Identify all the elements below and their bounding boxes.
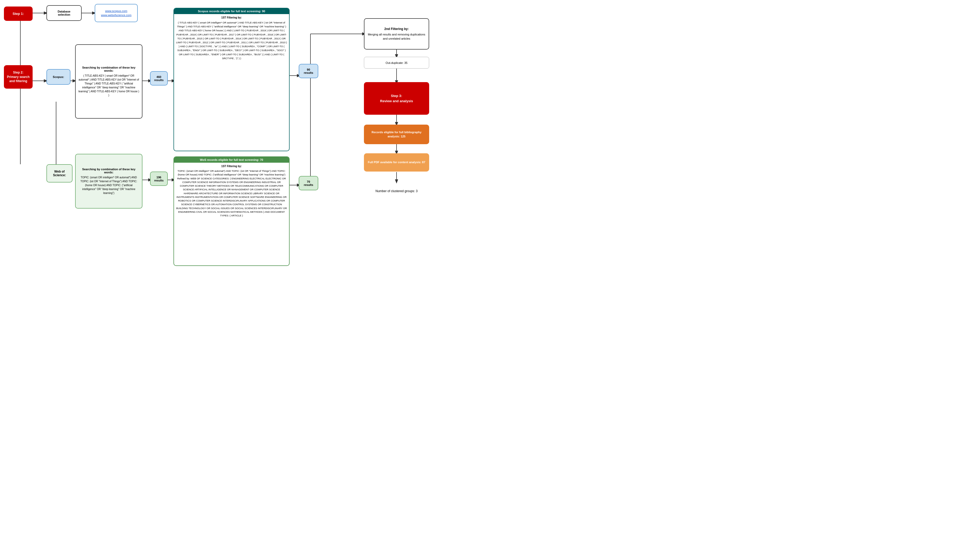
db-links-box: www.scopus.com www.webofscience.com <box>95 4 138 22</box>
right-70-results: 70 results <box>299 176 318 190</box>
wos-link[interactable]: www.webofscience.com <box>101 13 131 17</box>
eligible-125-label: Records eligible for full bibliography a… <box>366 131 427 139</box>
wos-kw-body: TOPIC: (smart OR intelligen* OR automat*… <box>78 175 140 195</box>
step2-label: Step 2: Primary search and filtering <box>7 70 30 83</box>
scopus-kw-body: ( TITLE-ABS-KEY ( smart OR intelligen* O… <box>78 74 140 97</box>
wos-keyword-box: Searching by combination of these key wo… <box>75 154 142 209</box>
step3-label: Step 3: Review and analysis <box>380 93 413 103</box>
wos-filter-header: WoS records eligible for full text scree… <box>174 157 289 163</box>
scopus-link[interactable]: www.scopus.com <box>105 10 127 13</box>
right-70-label: 70 results <box>304 180 313 186</box>
scopus-filter-box: Scopus records eligible for full text sc… <box>173 8 290 151</box>
wos-kw-title: Searching by combination of these key wo… <box>78 168 140 174</box>
scopus-keyword-box: Searching by combination of these key wo… <box>75 44 142 119</box>
diagram-container: Step 1: Database selection www.scopus.co… <box>3 3 483 274</box>
wos-filter-title: 1ST Filtering by: <box>176 164 287 168</box>
clusters-label: Number of clustered groups: 3 <box>375 189 417 193</box>
wos-results-label: 196 results <box>154 176 164 182</box>
db-selection-box: Database selection <box>46 5 82 21</box>
db-selection-label: Database selection <box>58 10 70 16</box>
clusters-box: Number of clustered groups: 3 <box>364 182 429 200</box>
scopus-filter-body: ( TITLE-ABS-KEY ( smart OR intelligen* O… <box>176 21 287 60</box>
eligible-125-box: Records eligible for full bibliography a… <box>364 125 429 144</box>
scopus-filter-header: Scopus records eligible for full text sc… <box>174 8 289 14</box>
second-filter-body: Merging all results and removing duplica… <box>366 32 427 41</box>
second-filter-title: 2nd Filtering by: <box>366 27 427 31</box>
wos-filter-body: TOPIC: (smart OR intelligen* OR automat*… <box>176 169 287 217</box>
second-filter-box: 2nd Filtering by: Merging all results an… <box>364 18 429 49</box>
out-duplicate-label: Out-duplicate: 35 <box>386 61 407 64</box>
scopus-filter-content: 1ST Filtering by: ( TITLE-ABS-KEY ( smar… <box>174 14 289 62</box>
pdf-87-label: Full PDF available for content analysis:… <box>368 160 425 164</box>
wos-196-results: 196 results <box>150 171 168 186</box>
scopus-460-results: 460 results <box>150 71 168 85</box>
right-90-label: 90 results <box>304 68 313 74</box>
step1-box: Step 1: <box>4 7 33 21</box>
scopus-kw-title: Searching by combination of these key wo… <box>78 66 140 72</box>
scopus-label: Scopus: <box>53 75 64 78</box>
step3-box: Step 3: Review and analysis <box>364 82 429 115</box>
wos-label: Web of Science: <box>53 170 66 177</box>
right-90-results: 90 results <box>299 64 318 78</box>
wos-label-box: Web of Science: <box>46 164 72 183</box>
step2-box: Step 2: Primary search and filtering <box>4 65 33 89</box>
out-duplicate-box: Out-duplicate: 35 <box>364 57 429 69</box>
wos-filter-box: WoS records eligible for full text scree… <box>173 157 290 266</box>
wos-filter-content: 1ST Filtering by: TOPIC: (smart OR intel… <box>174 163 289 219</box>
pdf-87-box: Full PDF available for content analysis:… <box>364 153 429 171</box>
scopus-filter-title: 1ST Filtering by: <box>176 16 287 20</box>
scopus-label-box: Scopus: <box>46 69 70 85</box>
scopus-results-label: 460 results <box>154 75 164 82</box>
step1-label: Step 1: <box>13 12 24 16</box>
